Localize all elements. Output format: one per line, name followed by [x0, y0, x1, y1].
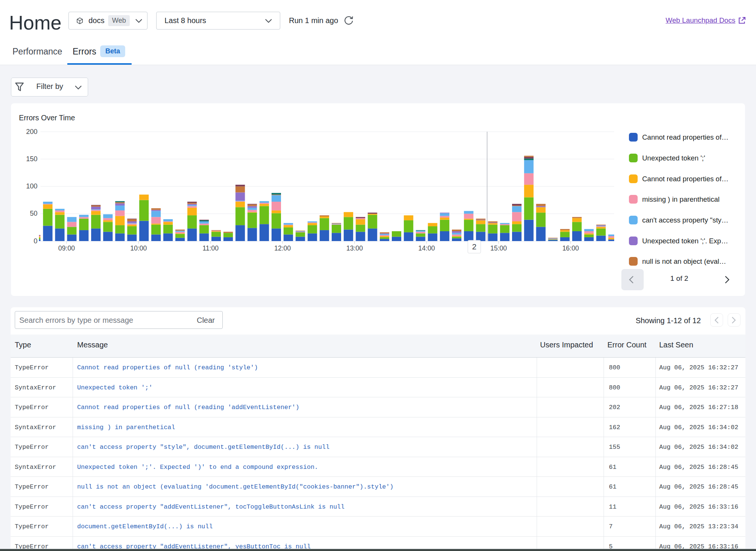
svg-text:12:00: 12:00 [274, 244, 291, 252]
svg-text:09:00: 09:00 [58, 244, 75, 252]
svg-text:14:00: 14:00 [418, 244, 435, 252]
svg-text:100: 100 [26, 182, 37, 190]
svg-text:13:00: 13:00 [346, 244, 363, 252]
svg-text:150: 150 [26, 155, 37, 163]
svg-text:15:00: 15:00 [491, 244, 507, 252]
svg-text:50: 50 [30, 210, 37, 217]
svg-text:2: 2 [472, 242, 477, 251]
svg-text:11:00: 11:00 [203, 244, 219, 252]
svg-text:16:00: 16:00 [562, 244, 579, 252]
svg-text:200: 200 [26, 128, 37, 135]
svg-text:0: 0 [34, 237, 37, 245]
svg-text:10:00: 10:00 [130, 244, 147, 252]
